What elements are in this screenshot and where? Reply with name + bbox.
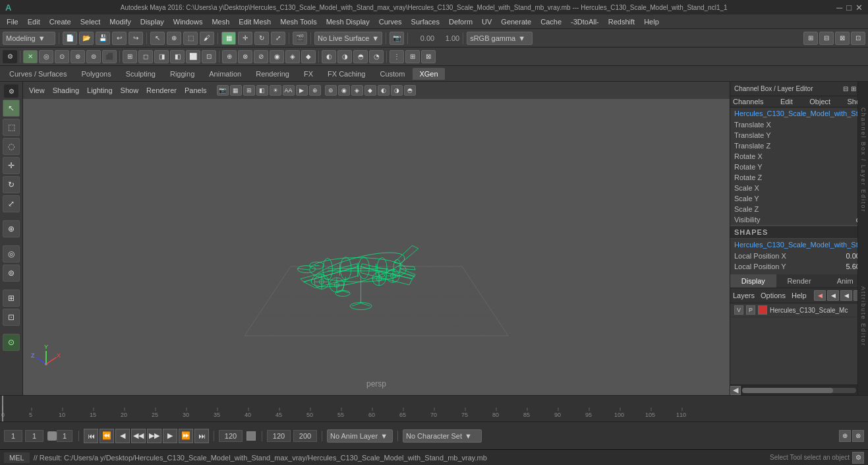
menu-redshift[interactable]: Redshift (604, 16, 639, 27)
menu-windows[interactable]: Windows (169, 16, 207, 27)
cb-channels-menu[interactable]: Channels (733, 98, 763, 106)
light-btn-4[interactable]: ◔ (369, 50, 384, 63)
frame-end-color[interactable] (246, 431, 256, 441)
smooth-button[interactable]: ◻ (138, 50, 153, 63)
universal-tool-button[interactable]: ⊕ (3, 220, 20, 237)
menu-create[interactable]: Create (45, 16, 75, 27)
viewport-menu-shading[interactable]: Shading (49, 85, 82, 96)
tab-sculpting[interactable]: Sculpting (119, 68, 162, 80)
options-menu[interactable]: Options (761, 292, 786, 299)
play-forward-button[interactable]: ▶▶ (147, 429, 161, 443)
menu-mesh-display[interactable]: Mesh Display (322, 16, 374, 27)
more-btn-3[interactable]: ⊠ (421, 50, 436, 63)
object-mode-button[interactable]: ✕ (23, 50, 38, 63)
wire-button[interactable]: ⊞ (123, 50, 137, 63)
snap-button[interactable]: ⊕ (167, 32, 181, 45)
vp-shade-btn[interactable]: ◧ (256, 85, 268, 96)
display-btn-4[interactable]: ◉ (270, 50, 284, 63)
vp-motion2-btn[interactable]: ◑ (391, 85, 403, 96)
visibility-row[interactable]: Visibility on (730, 214, 868, 225)
char-set-dropdown[interactable]: No Character Set ▼ (403, 429, 482, 443)
cb-edit-menu[interactable]: Edit (780, 98, 793, 106)
light-btn-3[interactable]: ◓ (353, 50, 368, 63)
redo-button[interactable]: ↪ (129, 32, 143, 45)
scale-tool-button[interactable]: ⤢ (3, 195, 20, 212)
more-btn-2[interactable]: ⊞ (405, 50, 420, 63)
rp-detach-button[interactable]: ⊞ (851, 85, 856, 92)
select-tool-button[interactable]: ↖ (3, 100, 20, 117)
tab-fx[interactable]: FX (297, 68, 320, 80)
vp-ssao-btn[interactable]: ◐ (378, 85, 390, 96)
component-button[interactable]: ◎ (39, 50, 53, 63)
paint2-button[interactable]: ⬛ (102, 50, 117, 63)
layout-button-2[interactable]: ⊟ (819, 32, 834, 45)
layer-item[interactable]: V P Hercules_C130_Scale_Mc (730, 303, 868, 317)
layer-color-swatch[interactable] (758, 305, 767, 315)
lasso-button[interactable]: ⬚ (183, 32, 198, 45)
layout-button-3[interactable]: ⊠ (835, 32, 850, 45)
viewport-menu-panels[interactable]: Panels (181, 85, 210, 96)
vp-grid-btn[interactable]: ▦ (230, 85, 242, 96)
bc-extra-btn-1[interactable]: ⊕ (839, 430, 851, 442)
rotate-tool-button[interactable]: ↻ (3, 176, 20, 193)
template-button[interactable]: ⊜ (86, 50, 101, 63)
viewport-canvas[interactable]: X Y Z persp (23, 99, 730, 395)
leaf-button[interactable]: ⊛ (71, 50, 85, 63)
frame-current-input[interactable] (25, 430, 43, 442)
close-button[interactable]: ✕ (855, 3, 863, 13)
menu-mesh-tools[interactable]: Mesh Tools (276, 16, 320, 27)
no-live-surface-dropdown[interactable]: No Live Surface ▼ (314, 32, 382, 45)
vp-depth-btn[interactable]: ◆ (364, 85, 376, 96)
menu-deform[interactable]: Deform (445, 16, 477, 27)
camera-button[interactable]: 📷 (390, 32, 404, 45)
display-btn-2[interactable]: ⊗ (238, 50, 252, 63)
layout-button-4[interactable]: ⊡ (851, 32, 865, 45)
step-forward-button[interactable]: ⏩ (179, 429, 193, 443)
rotate-button[interactable]: ↻ (254, 32, 269, 45)
viewport[interactable]: View Shading Lighting Show Renderer Pane… (23, 82, 730, 395)
translate-z-row[interactable]: Translate Z 0 (730, 140, 868, 151)
undo-button[interactable]: ↩ (112, 32, 127, 45)
vp-motion-btn[interactable]: ▶ (296, 85, 308, 96)
goto-start-button[interactable]: ⏮ (84, 429, 98, 443)
local-pos-y-row[interactable]: Local Position Y 5.608 (730, 261, 868, 272)
rotate-x-row[interactable]: Rotate X 0 (730, 151, 868, 162)
display-btn-5[interactable]: ◈ (285, 50, 300, 63)
vp-cam-btn[interactable]: 📷 (217, 85, 229, 96)
layer-visibility-button[interactable]: V (734, 305, 743, 315)
frame-total-input[interactable] (293, 430, 317, 442)
frame-start-input[interactable] (4, 430, 22, 442)
open-file-button[interactable]: 📂 (79, 32, 94, 45)
scrollbar-thumb[interactable] (742, 388, 833, 393)
scale-button[interactable]: ⤢ (271, 32, 285, 45)
scrollbar-track[interactable] (742, 388, 856, 393)
tab-custom[interactable]: Custom (374, 68, 412, 80)
menu-curves[interactable]: Curves (375, 16, 406, 27)
layer-playback-button[interactable]: P (746, 305, 755, 315)
render-button[interactable]: 🎬 (293, 32, 307, 45)
vp-isolate-btn[interactable]: ◉ (338, 85, 350, 96)
mode-dropdown[interactable]: Modeling ▼ (3, 32, 55, 45)
new-file-button[interactable]: 📄 (63, 32, 77, 45)
axis-button[interactable]: ⊙ (3, 334, 20, 351)
vp-light-btn[interactable]: ☀ (270, 85, 281, 96)
layer-scrollbar[interactable]: ◀ ▶ (730, 385, 868, 395)
tab-display[interactable]: Display (730, 274, 776, 288)
layers-menu[interactable]: Layers (733, 292, 755, 299)
minimize-button[interactable]: ─ (836, 3, 842, 13)
layer-add-button[interactable]: ◀ (814, 290, 826, 301)
tab-xgen[interactable]: XGen (413, 68, 444, 80)
viewport-menu-renderer[interactable]: Renderer (143, 85, 180, 96)
next-frame-button[interactable]: ▶ (163, 429, 177, 443)
step-back-button[interactable]: ⏪ (100, 429, 114, 443)
paint-button[interactable]: 🖌 (200, 32, 214, 45)
menu-uv[interactable]: UV (478, 16, 496, 27)
frame-max-input[interactable] (267, 430, 291, 442)
layout-button-1[interactable]: ⊞ (803, 32, 818, 45)
menu-edit-mesh[interactable]: Edit Mesh (235, 16, 275, 27)
help-menu[interactable]: Help (792, 292, 807, 299)
scale-x-row[interactable]: Scale X 1 (730, 183, 868, 193)
tab-render[interactable]: Render (776, 274, 823, 288)
maximize-button[interactable]: □ (846, 3, 852, 13)
point-button[interactable]: ⊡ (202, 50, 216, 63)
